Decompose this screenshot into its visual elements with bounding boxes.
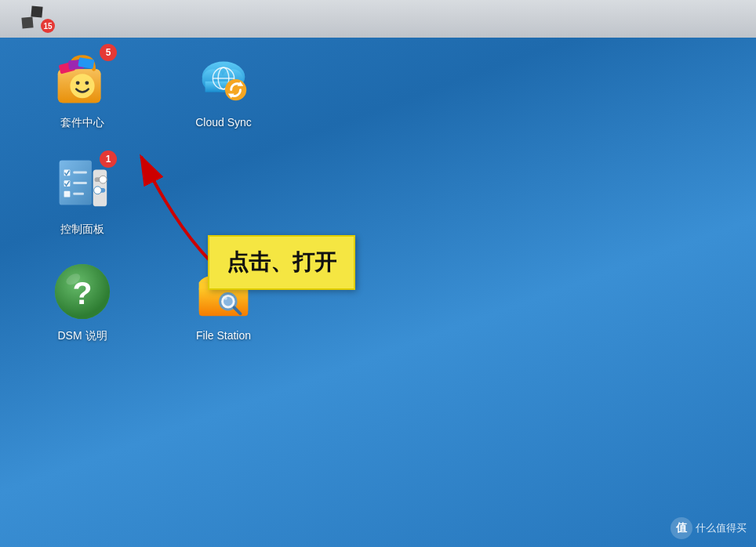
callout-text: 点击、打开: [227, 250, 336, 274]
svg-point-5: [76, 81, 80, 85]
taskbar-logo[interactable]: 15: [8, 3, 55, 34]
dsm-help-icon-item[interactable]: ? DSM 说明: [31, 260, 133, 343]
callout-box: 点击、打开: [208, 235, 355, 290]
package-center-label: 套件中心: [60, 116, 104, 130]
svg-point-43: [224, 297, 227, 300]
svg-rect-25: [64, 191, 71, 197]
watermark: 值 什么值得买: [671, 517, 747, 539]
taskbar: 15: [0, 0, 756, 38]
svg-rect-27: [73, 182, 87, 184]
desktop: 15: [0, 0, 756, 547]
svg-point-33: [94, 187, 102, 194]
svg-point-31: [99, 176, 107, 183]
control-panel-label: 控制面板: [60, 223, 104, 237]
cloud-sync-img: [193, 48, 254, 109]
cloud-sync-label: Cloud Sync: [195, 116, 252, 129]
taskbar-badge: 15: [41, 19, 55, 33]
svg-rect-28: [73, 193, 84, 195]
package-center-icon[interactable]: 5 套件中心: [31, 47, 133, 130]
package-center-badge: 5: [100, 44, 117, 61]
svg-point-18: [225, 79, 246, 100]
control-panel-badge: 1: [100, 150, 117, 168]
svg-rect-1: [21, 16, 33, 28]
svg-point-4: [70, 74, 94, 98]
svg-rect-26: [73, 171, 87, 173]
control-panel-icon[interactable]: 1 控制面板: [31, 154, 133, 237]
watermark-text: 什么值得买: [696, 521, 747, 535]
dsm-help-label: DSM 说明: [58, 329, 107, 343]
file-station-label: File Station: [196, 329, 251, 342]
svg-rect-0: [31, 5, 42, 17]
cloud-sync-icon[interactable]: Cloud Sync: [173, 47, 274, 130]
dsm-help-img: ?: [52, 261, 113, 322]
watermark-icon: 值: [671, 517, 692, 539]
icons-area: 5 套件中心: [31, 47, 298, 343]
svg-point-6: [85, 81, 89, 85]
